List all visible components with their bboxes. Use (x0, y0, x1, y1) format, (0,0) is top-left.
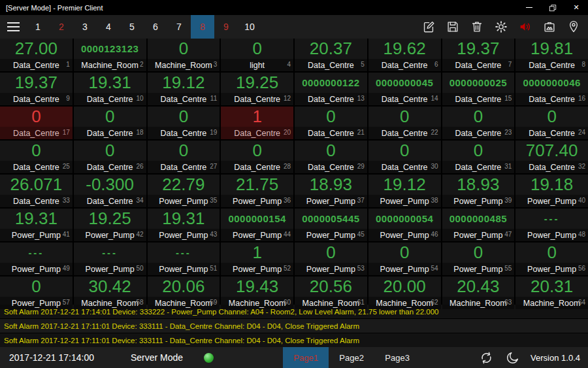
sync-button[interactable] (478, 350, 494, 365)
channel-tile[interactable]: 27.00 Data_Centre 1 (0, 39, 73, 71)
channel-tile[interactable]: 0000000045 Data_Centre 14 (368, 73, 441, 105)
channel-tile[interactable]: 0 Data_Centre 26 (74, 141, 146, 173)
settings-button[interactable] (493, 19, 509, 35)
save-button[interactable] (445, 19, 461, 35)
channel-tile[interactable]: 30.42 Machine_Room 58 (74, 276, 146, 309)
channel-tile[interactable]: --- Power_Pump 51 (148, 243, 220, 275)
channel-label: Machine_Room (302, 299, 360, 308)
channel-tile[interactable]: 0 Power_Pump 56 (515, 243, 588, 275)
night-mode-button[interactable] (504, 350, 520, 365)
channel-tile[interactable]: 0 Power_Pump 57 (0, 276, 73, 309)
channel-tile[interactable]: 21.75 Power_Pump 36 (221, 175, 293, 207)
channel-tile[interactable]: 20.31 Machine_Room 64 (515, 276, 588, 309)
screen-tab-3[interactable]: 3 (73, 15, 97, 39)
channel-index: 4 (287, 61, 291, 68)
channel-tile[interactable]: -0.300 Data_Centre 34 (74, 175, 146, 207)
channel-tile[interactable]: 0000000054 Power_Pump 46 (368, 209, 441, 241)
channel-tile[interactable]: 0 Data_Centre 29 (295, 141, 367, 173)
location-button[interactable] (566, 19, 581, 35)
alarm-log-row[interactable]: Soft Alarm 2017-12-21 17:11:01 Device: 3… (0, 319, 588, 333)
screen-tab-2[interactable]: 2 (50, 15, 73, 39)
channel-tile[interactable]: 0000000154 Power_Pump 44 (221, 209, 293, 241)
channel-tile[interactable]: 0 Data_Centre 18 (74, 107, 146, 139)
channel-tile[interactable]: 0 Power_Pump 53 (295, 243, 367, 275)
screen-tab-4[interactable]: 4 (97, 15, 120, 39)
footer-tab-page1[interactable]: Page1 (283, 347, 329, 368)
delete-button[interactable] (469, 19, 485, 35)
channel-tile[interactable]: 19.37 Data_Centre 7 (442, 39, 515, 71)
channel-tile[interactable]: 20.56 Machine_Room 61 (295, 276, 367, 309)
channel-tile[interactable]: 0 Data_Centre 30 (368, 141, 441, 173)
channel-tile[interactable]: 18.93 Power_Pump 39 (442, 175, 515, 207)
channel-tile[interactable]: 20.43 Machine_Room 63 (442, 276, 515, 309)
channel-tile[interactable]: 0 Machine_Room 3 (148, 39, 220, 71)
channel-tile[interactable]: 0 light 4 (221, 39, 293, 71)
footer-tab-page2[interactable]: Page2 (329, 347, 374, 368)
footer-tab-page3[interactable]: Page3 (374, 347, 420, 368)
channel-tile[interactable]: 19.81 Data_Centre 8 (515, 39, 588, 71)
channel-tile[interactable]: 0 Data_Centre 27 (148, 141, 220, 173)
channel-tile[interactable]: 0 Data_Centre 23 (442, 107, 515, 139)
channel-tile[interactable]: 0 Power_Pump 55 (442, 243, 515, 275)
screen-tab-9[interactable]: 9 (214, 15, 238, 39)
channel-tile[interactable]: 20.06 Machine_Room 59 (148, 276, 220, 309)
edit-button[interactable] (421, 19, 436, 35)
channel-tile[interactable]: 19.31 Data_Centre 10 (74, 73, 146, 105)
channel-tile[interactable]: 1 Data_Centre 20 (221, 107, 293, 139)
channel-tile[interactable]: 19.12 Power_Pump 38 (368, 175, 441, 207)
channel-tile[interactable]: 0000000485 Power_Pump 47 (442, 209, 515, 241)
channel-tile[interactable]: 707.40 Data_Centre 32 (515, 141, 588, 173)
channel-tile[interactable]: 0 Data_Centre 21 (295, 107, 367, 139)
channel-tile[interactable]: 19.31 Power_Pump 41 (0, 209, 73, 241)
channel-tile[interactable]: 19.25 Power_Pump 42 (74, 209, 146, 241)
close-button[interactable]: ✕ (564, 0, 588, 15)
channel-index: 43 (210, 231, 217, 238)
channel-tile[interactable]: 19.18 Power_Pump 40 (515, 175, 588, 207)
channel-tile[interactable]: 0 Data_Centre 28 (221, 141, 293, 173)
channel-tile[interactable]: 0 Power_Pump 54 (368, 243, 441, 275)
channel-tile[interactable]: 0000000046 Data_Centre 16 (515, 73, 588, 105)
sound-button[interactable] (517, 19, 533, 35)
channel-tile[interactable]: 0 Data_Centre 22 (368, 107, 441, 139)
menu-button[interactable] (0, 15, 26, 39)
channel-tile[interactable]: 0000005445 Power_Pump 45 (295, 209, 367, 241)
channel-label: Power_Pump (527, 265, 576, 274)
channel-tile[interactable]: --- Power_Pump 49 (0, 243, 73, 275)
channel-tile[interactable]: 19.25 Data_Centre 12 (221, 73, 293, 105)
channel-tile[interactable]: 19.43 Machine_Room 60 (221, 276, 293, 309)
screen-tab-10[interactable]: 10 (238, 15, 261, 39)
channel-tile[interactable]: 0 Data_Centre 24 (515, 107, 588, 139)
channel-tile[interactable]: 19.12 Data_Centre 11 (148, 73, 220, 105)
gear-icon (494, 20, 508, 34)
channel-tile[interactable]: 0 Data_Centre 17 (0, 107, 73, 139)
maximize-button[interactable] (541, 0, 564, 15)
channel-tile[interactable]: 0 Data_Centre 25 (0, 141, 73, 173)
screen-tab-5[interactable]: 5 (120, 15, 144, 39)
channel-tile[interactable]: --- Power_Pump 48 (515, 209, 588, 241)
channel-label: Power_Pump (453, 265, 502, 274)
snapshot-button[interactable] (542, 19, 557, 35)
channel-tile[interactable]: 20.00 Machine_Room 62 (368, 276, 441, 309)
channel-tile[interactable]: 20.37 Data_Centre 5 (295, 39, 367, 71)
channel-tile[interactable]: 19.37 Data_Centre 9 (0, 73, 73, 105)
channel-tile[interactable]: 22.79 Power_Pump 35 (148, 175, 220, 207)
channel-tile[interactable]: --- Power_Pump 50 (74, 243, 146, 275)
channel-tile[interactable]: 0000123123 Machine_Room 2 (74, 39, 146, 71)
channel-value: 18.93 (295, 175, 367, 195)
screen-tab-8[interactable]: 8 (191, 15, 214, 39)
screen-tab-6[interactable]: 6 (144, 15, 167, 39)
alarm-log-row[interactable]: Soft Alarm 2017-12-21 17:11:01 Device: 3… (0, 333, 588, 347)
channel-tile[interactable]: 0000000122 Data_Centre 13 (295, 73, 367, 105)
channel-tile[interactable]: 18.93 Power_Pump 37 (295, 175, 367, 207)
channel-tile[interactable]: 1 Power_Pump 52 (221, 243, 293, 275)
minimize-button[interactable] (517, 0, 541, 15)
channel-value: 19.37 (442, 39, 515, 59)
screen-tab-7[interactable]: 7 (167, 15, 191, 39)
channel-tile[interactable]: 0 Data_Centre 31 (442, 141, 515, 173)
channel-tile[interactable]: 0000000025 Data_Centre 15 (442, 73, 515, 105)
channel-tile[interactable]: 0 Data_Centre 19 (148, 107, 220, 139)
screen-tab-1[interactable]: 1 (26, 15, 50, 39)
channel-tile[interactable]: 26.071 Data_Centre 33 (0, 175, 73, 207)
channel-tile[interactable]: 19.31 Power_Pump 43 (148, 209, 220, 241)
channel-tile[interactable]: 19.62 Data_Centre 6 (368, 39, 441, 71)
